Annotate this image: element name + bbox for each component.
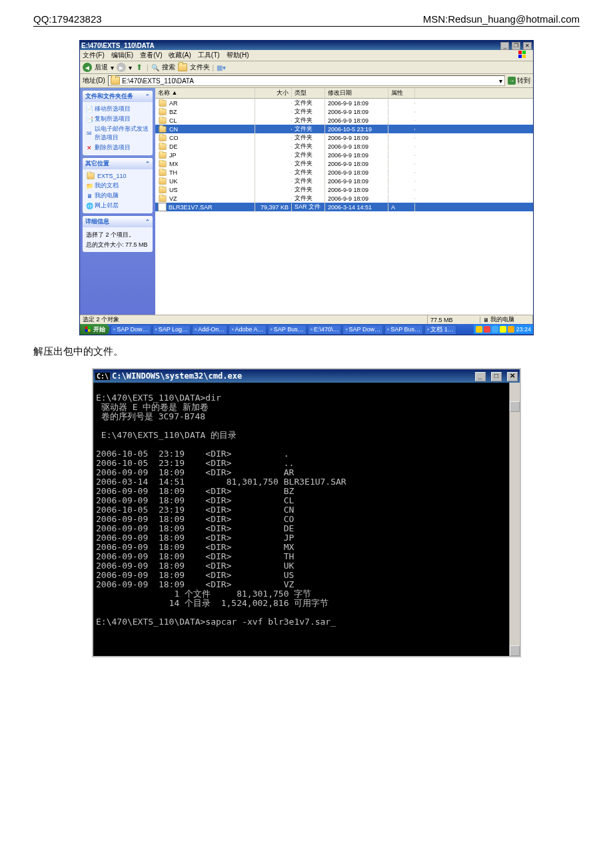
file-row[interactable]: BZ文件夹2006-9-9 18:09 <box>155 107 533 116</box>
address-input[interactable]: E:\470\EXTS_110\DATA ▾ <box>108 75 505 86</box>
views-icon[interactable]: ▦▾ <box>217 64 226 71</box>
cmd-window: C:\C:\WINDOWS\system32\cmd.exe _ □ ✕ E:\… <box>92 368 521 657</box>
file-row[interactable]: US文件夹2006-9-9 18:09 <box>155 185 533 194</box>
file-size <box>255 181 292 182</box>
back-label[interactable]: 后退 <box>95 63 108 72</box>
folder-icon <box>159 195 166 202</box>
titlebar[interactable]: E:\470\EXTS_110\DATA _ ❐ ✕ <box>80 41 533 50</box>
tray-icon[interactable] <box>492 326 498 333</box>
places-panel: 其它位置 ⌃ EXTS_110 📁我的文档 🖥我的电脑 🌐网上邻居 <box>83 158 153 213</box>
file-row[interactable]: MX文件夹2006-9-9 18:09 <box>155 159 533 168</box>
folder-icon <box>159 161 166 167</box>
file-row[interactable]: CO文件夹2006-9-9 18:09 <box>155 133 533 142</box>
taskbar-item[interactable]: ▫SAP Log… <box>153 325 191 335</box>
col-type[interactable]: 类型 <box>292 88 325 98</box>
task-email[interactable]: ✉以电子邮件形式发送所选项目 <box>86 124 149 143</box>
menu-view[interactable]: 查看(V) <box>140 51 162 60</box>
file-size <box>255 120 292 121</box>
folder-icon <box>159 109 166 115</box>
task-delete[interactable]: ✕删除所选项目 <box>86 143 149 153</box>
forward-button-icon[interactable]: ► <box>117 63 126 72</box>
cmd-titlebar[interactable]: C:\C:\WINDOWS\system32\cmd.exe _ □ ✕ <box>93 369 520 383</box>
col-size[interactable]: 大小 <box>255 88 292 98</box>
address-dropdown-icon[interactable]: ▾ <box>499 77 502 85</box>
place-computer[interactable]: 🖥我的电脑 <box>86 191 149 201</box>
forward-dropdown-icon[interactable]: ▾ <box>129 64 132 71</box>
places-title-text: 其它位置 <box>85 159 109 168</box>
tray-icon[interactable] <box>484 326 490 333</box>
file-type: SAR 文件 <box>292 202 325 212</box>
back-button-icon[interactable]: ◄ <box>83 63 92 72</box>
menu-fav[interactable]: 收藏(A) <box>169 51 191 60</box>
file-row[interactable]: UK文件夹2006-9-9 18:09 <box>155 177 533 185</box>
folders-label[interactable]: 文件夹 <box>190 63 210 72</box>
task-icon: ▫ <box>427 326 429 333</box>
file-date: 2006-9-9 18:09 <box>325 134 388 142</box>
file-row[interactable]: CL文件夹2006-9-9 18:09 <box>155 116 533 125</box>
taskbar-item[interactable]: ▫Adobe A… <box>229 325 266 335</box>
place-network[interactable]: 🌐网上邻居 <box>86 201 149 211</box>
col-name[interactable]: 名称 ▲ <box>155 88 255 98</box>
network-icon: 🌐 <box>86 203 93 209</box>
windows-logo-icon <box>518 51 530 59</box>
folders-icon[interactable] <box>178 63 187 71</box>
maximize-button[interactable]: □ <box>491 372 502 381</box>
menu-file[interactable]: 文件(F) <box>83 51 105 60</box>
mail-icon: ✉ <box>86 130 93 137</box>
tasks-title[interactable]: 文件和文件夹任务 ⌃ <box>83 91 153 102</box>
taskbar-item[interactable]: ▫SAP Dow… <box>111 325 151 335</box>
search-label[interactable]: 搜索 <box>162 63 175 72</box>
file-rows: AR文件夹2006-9-9 18:09BZ文件夹2006-9-9 18:09CL… <box>155 99 533 211</box>
close-button[interactable]: ✕ <box>507 372 518 381</box>
task-label: Adobe A… <box>235 326 264 333</box>
tray-icon[interactable] <box>476 326 482 333</box>
file-row[interactable]: TH文件夹2006-9-9 18:09 <box>155 168 533 177</box>
scroll-down-icon[interactable]: ▼ <box>510 645 520 656</box>
separator: | <box>147 64 149 71</box>
file-row[interactable]: JP文件夹2006-9-9 18:09 <box>155 151 533 159</box>
file-row[interactable]: BLR3E1V7.SAR79,397 KBSAR 文件2006-3-14 14:… <box>155 203 533 211</box>
taskbar-item[interactable]: ▫SAP Bus… <box>384 325 423 335</box>
file-name: MX <box>169 161 179 167</box>
taskbar-item[interactable]: ▫Add-On… <box>192 325 227 335</box>
taskbar-item[interactable]: ▫文档 1… <box>424 325 456 335</box>
details-title[interactable]: 详细信息 ⌃ <box>83 216 153 227</box>
minimize-button[interactable]: _ <box>500 42 509 50</box>
scroll-up-icon[interactable]: ▲ <box>510 401 520 412</box>
place-docs[interactable]: 📁我的文档 <box>86 181 149 191</box>
cmd-body[interactable]: E:\470\EXTS_110\DATA>dir 驱动器 E 中的卷是 新加卷 … <box>93 383 520 656</box>
col-attr[interactable]: 属性 <box>388 88 415 98</box>
go-button[interactable]: → 转到 <box>508 76 530 85</box>
file-size <box>255 129 292 130</box>
details-line2: 总的文件大小: 77.5 MB <box>86 241 149 249</box>
taskbar-item[interactable]: ▫E:\470\… <box>308 325 342 335</box>
close-button[interactable]: ✕ <box>523 42 532 50</box>
start-button[interactable]: 开始 <box>80 324 109 335</box>
system-tray[interactable]: 23:24 <box>474 325 533 334</box>
tray-icon[interactable] <box>500 326 506 333</box>
col-date[interactable]: 修改日期 <box>325 88 388 98</box>
task-move[interactable]: 📄移动所选项目 <box>86 104 149 114</box>
places-title[interactable]: 其它位置 ⌃ <box>83 158 153 169</box>
menu-help[interactable]: 帮助(H) <box>227 51 249 60</box>
place-parent[interactable]: EXTS_110 <box>86 171 149 181</box>
tray-icon[interactable] <box>508 326 514 333</box>
back-dropdown-icon[interactable]: ▾ <box>111 64 114 71</box>
file-row[interactable]: DE文件夹2006-9-9 18:09 <box>155 142 533 151</box>
search-icon[interactable]: 🔍 <box>151 64 159 71</box>
menu-tools[interactable]: 工具(T) <box>198 51 220 60</box>
task-copy[interactable]: 📑复制所选项目 <box>86 114 149 124</box>
minimize-button[interactable]: _ <box>475 372 486 381</box>
menu-edit[interactable]: 编辑(E) <box>111 51 133 60</box>
file-date: 2006-9-9 18:09 <box>325 151 388 159</box>
file-name: DE <box>169 143 178 150</box>
file-attr <box>388 172 415 173</box>
taskbar-item[interactable]: ▫SAP Bus… <box>268 325 306 335</box>
taskbar-item[interactable]: ▫SAP Dow… <box>342 325 383 335</box>
chevron-icon: ⌃ <box>145 93 150 99</box>
up-button-icon[interactable]: ⬆ <box>135 63 144 72</box>
file-row[interactable]: CN文件夹2006-10-5 23:19 <box>155 125 533 133</box>
scrollbar[interactable]: ▲ ▼ <box>509 383 520 656</box>
file-row[interactable]: AR文件夹2006-9-9 18:09 <box>155 99 533 107</box>
maximize-button[interactable]: ❐ <box>512 42 520 50</box>
